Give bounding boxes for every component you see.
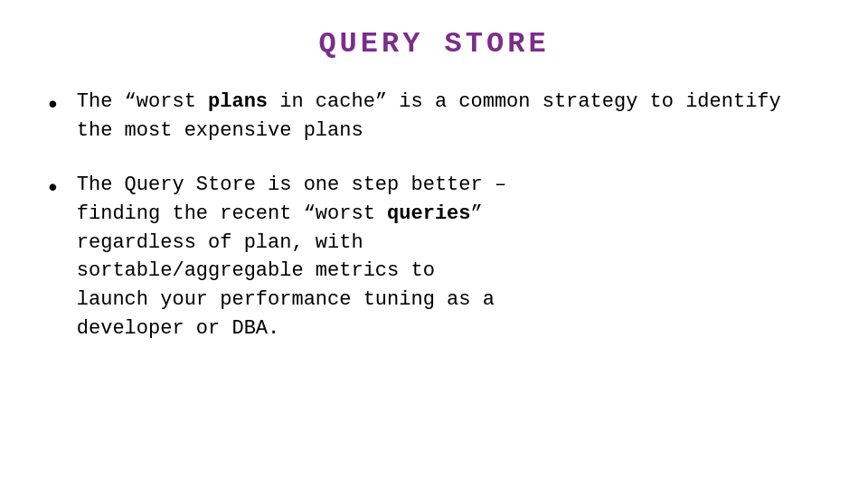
bullet-item-2: • The Query Store is one step better – f… [45,171,823,343]
bullet-item-1: • The “worst plans in cache” is a common… [45,88,823,145]
bullet-list: • The “worst plans in cache” is a common… [45,88,823,369]
bold-queries: queries [387,202,470,225]
bullet-dot-1: • [45,89,61,122]
slide-title: QUERY STORE [45,27,823,61]
slide: QUERY STORE • The “worst plans in cache”… [0,0,868,488]
bullet-dot-2: • [45,173,61,205]
bullet-text-2: The Query Store is one step better – fin… [77,171,506,343]
bold-plans: plans [208,90,268,113]
bullet-text-1: The “worst plans in cache” is a common s… [77,88,823,145]
